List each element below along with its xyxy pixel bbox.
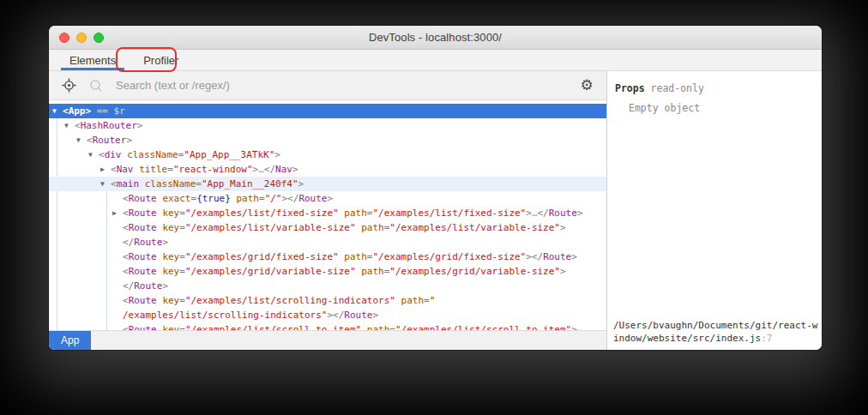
source-path-link[interactable]: /Users/bvaughn/Documents/git/react-windo… — [607, 319, 822, 350]
title-bar[interactable]: DevTools - localhost:3000/ — [49, 26, 822, 50]
selected-ref: == $r — [91, 105, 125, 117]
tree-row[interactable]: ▶<Nav title="react-window">…</Nav> — [49, 162, 606, 177]
minimize-button[interactable] — [76, 33, 87, 43]
props-pane: Props read-only Empty object /Users/bvau… — [606, 71, 822, 350]
props-empty-text: Empty object — [607, 94, 822, 114]
tab-bar: Elements Profiler — [49, 50, 822, 71]
breadcrumb: App — [49, 330, 606, 350]
tree-row[interactable]: ▼<HashRouter> — [49, 118, 606, 133]
props-header: Props read-only — [607, 71, 822, 94]
tree-rows: ▼<App> == $r▼<HashRouter>▼<Router>▼<div … — [49, 104, 606, 330]
tree-row[interactable]: <Route exact={true} path="/"></Route> — [49, 191, 606, 206]
tree-row[interactable]: ▼<main className="App_Main__240f4"> — [49, 177, 606, 191]
triangle-down-icon[interactable]: ▼ — [64, 118, 75, 133]
window-title: DevTools - localhost:3000/ — [369, 31, 502, 44]
source-line-number: :7 — [761, 333, 772, 344]
breadcrumb-item-app[interactable]: App — [49, 331, 91, 350]
search-input[interactable] — [114, 78, 569, 93]
tab-elements[interactable]: Elements — [61, 50, 124, 70]
traffic-lights — [59, 26, 104, 49]
tab-profiler-label: Profiler — [143, 54, 178, 67]
triangle-down-icon[interactable]: ▼ — [100, 177, 111, 191]
tree-row[interactable]: <Route key="/examples/grid/variable-size… — [49, 264, 606, 279]
tree-row[interactable]: <Route key="/examples/grid/fixed-size" p… — [49, 250, 606, 264]
zoom-button[interactable] — [93, 33, 104, 43]
tree-row[interactable]: /examples/list/scrolling-indicators"></R… — [49, 308, 606, 322]
props-title: Props — [615, 82, 645, 94]
search-icon — [87, 76, 105, 95]
tab-elements-label: Elements — [69, 54, 116, 67]
search-bar: ⚙ — [49, 71, 606, 100]
tree-row[interactable]: </Route> — [49, 279, 606, 293]
elements-pane: ⚙ ▼<App> == $r▼<HashRouter>▼<Router>▼<di… — [49, 71, 606, 350]
tree-row[interactable]: ▼<App> == $r — [49, 104, 606, 118]
tree-row[interactable]: <Route key="/examples/list/variable-size… — [49, 220, 606, 235]
devtools-window: DevTools - localhost:3000/ Elements Prof… — [49, 26, 822, 350]
tree-row[interactable]: <Route key="/examples/list/scrolling-ind… — [49, 293, 606, 308]
triangle-down-icon[interactable]: ▼ — [76, 133, 87, 147]
tree-row[interactable]: <Route key="/examples/list/scroll-to-ite… — [49, 322, 606, 330]
tree-row[interactable]: ▶<Route key="/examples/list/fixed-size" … — [49, 206, 606, 220]
gear-icon[interactable]: ⚙ — [577, 76, 596, 95]
triangle-right-icon[interactable]: ▶ — [112, 206, 123, 220]
tree-row[interactable]: ▼<div className="App_App__3ATkK"> — [49, 147, 606, 162]
tab-profiler[interactable]: Profiler — [135, 50, 187, 70]
tree-row[interactable]: </Route> — [49, 235, 606, 250]
triangle-down-icon[interactable]: ▼ — [88, 147, 99, 162]
tree-row[interactable]: ▼<Router> — [49, 133, 606, 147]
triangle-down-icon[interactable]: ▼ — [52, 104, 63, 118]
inspect-target-icon[interactable] — [59, 76, 78, 95]
triangle-right-icon[interactable]: ▶ — [100, 162, 111, 177]
close-button[interactable] — [59, 33, 69, 43]
component-tree[interactable]: ▼<App> == $r▼<HashRouter>▼<Router>▼<div … — [49, 100, 606, 330]
source-file: /Users/bvaughn/Documents/git/react-windo… — [613, 320, 817, 344]
